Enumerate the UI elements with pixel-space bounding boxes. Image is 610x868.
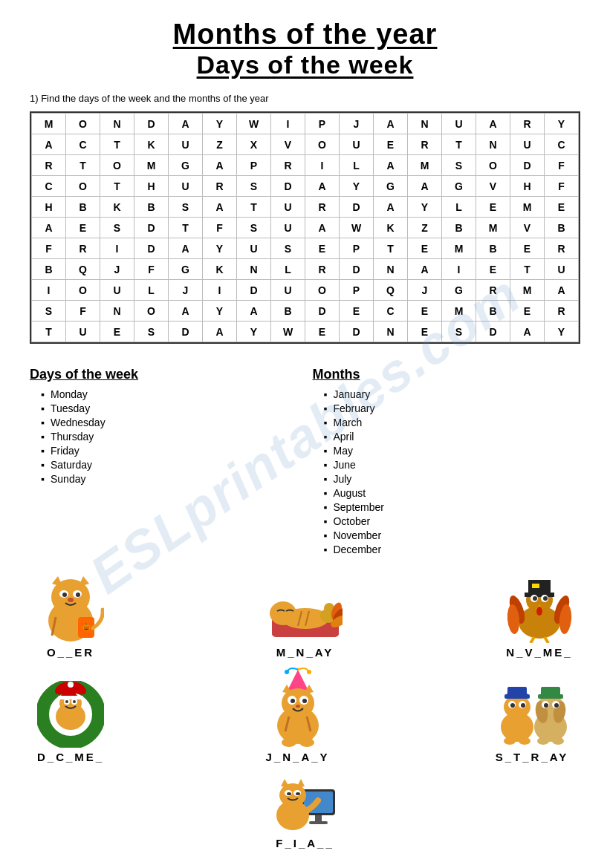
svg-rect-27 (525, 593, 554, 597)
wordsearch-cell: R (66, 238, 100, 259)
wordsearch-cell: L (134, 280, 169, 301)
wordsearch-cell: N (100, 114, 134, 134)
wordsearch-cell: Z (408, 218, 442, 238)
wordsearch-cell: U (340, 134, 374, 155)
wordsearch-cell: F (134, 259, 169, 280)
wordsearch-cell: I (32, 280, 66, 301)
wordsearch-row: BQJFGKNLRDNAIETU (32, 259, 579, 280)
wordsearch-row: RTOMGAPRILAMSODF (32, 155, 579, 176)
wordsearch-cell: A (305, 218, 340, 238)
wordsearch-cell: V (271, 134, 305, 155)
wordsearch-cell: G (374, 176, 408, 197)
wordsearch-cell: U (271, 280, 305, 301)
wordsearch-cell: A (203, 197, 237, 218)
wordsearch-cell: S (271, 238, 305, 259)
wordsearch-row: MONDAYWIPJANUARY (32, 114, 579, 134)
wordsearch-cell: A (408, 176, 442, 197)
svg-point-8 (68, 598, 74, 602)
months-title: Months (313, 367, 581, 382)
wordsearch-cell: O (66, 114, 100, 134)
wordsearch-cell: B (32, 259, 66, 280)
wordsearch-cell: T (100, 176, 134, 197)
svg-point-6 (62, 593, 67, 597)
wordsearch-cell: G (442, 280, 476, 301)
friday-image-row: F_I_A__ (30, 767, 580, 849)
wordsearch-cell: Y (408, 197, 442, 218)
list-item: November (324, 529, 581, 541)
wordsearch-cell: R (203, 176, 237, 197)
wordsearch-cell: T (66, 155, 100, 176)
friday-label: F_I_A__ (276, 837, 334, 849)
list-item: April (324, 431, 581, 443)
wordsearch-cell: Q (374, 280, 408, 301)
svg-point-90 (544, 703, 548, 708)
monday-label: M_N_AY (276, 646, 334, 659)
wordsearch-cell: M (134, 155, 169, 176)
wordsearch-cell: P (237, 155, 271, 176)
wordsearch-cell: A (374, 114, 408, 134)
page: ESLprintables.com Months of the year Day… (0, 0, 610, 868)
wordsearch-cell: E (408, 238, 442, 259)
title-line1: Months of the year (30, 19, 580, 50)
wordsearch-cell: G (169, 259, 203, 280)
wordsearch-cell: F (66, 301, 100, 322)
wordsearch-cell: R (510, 114, 545, 134)
wordsearch-cell: U (545, 259, 579, 280)
svg-point-53 (73, 700, 76, 703)
wordsearch-cell: R (271, 155, 305, 176)
title-line2: Days of the week (30, 50, 580, 79)
wordsearch-cell: W (340, 218, 374, 238)
wordsearch-cell: X (237, 134, 271, 155)
saturday-image-block: S_T_R_AY (491, 673, 573, 763)
svg-point-52 (65, 700, 68, 703)
wordsearch-cell: Y (203, 238, 237, 259)
wordsearch-cell: E (305, 238, 340, 259)
wordsearch-cell: M (442, 238, 476, 259)
wordsearch-cell: O (305, 280, 340, 301)
wordsearch-cell: F (32, 238, 66, 259)
wordsearch-cell: L (271, 259, 305, 280)
wordsearch-cell: A (476, 114, 510, 134)
halloween-cartoon: 🎃 (37, 569, 104, 643)
wordsearch-cell: A (408, 259, 442, 280)
wordsearch-cell: F (545, 176, 579, 197)
list-item: October (324, 515, 581, 527)
wordsearch-cell: T (169, 218, 203, 238)
wordsearch-cell: E (340, 301, 374, 322)
wordsearch-cell: S (237, 218, 271, 238)
december-image-block: D_C_ME_ (37, 681, 104, 763)
wordsearch-cell: R (32, 155, 66, 176)
wordsearch-cell: I (100, 238, 134, 259)
svg-point-67 (291, 699, 295, 703)
january-cartoon (265, 666, 331, 748)
wordsearch-cell: P (305, 114, 340, 134)
wordsearch-cell: W (237, 114, 271, 134)
wordsearch-cell: M (476, 218, 510, 238)
november-label: N_V_ME_ (506, 646, 572, 659)
wordsearch-cell: D (237, 280, 271, 301)
svg-rect-28 (532, 584, 539, 588)
wordsearch-cell: T (442, 134, 476, 155)
wordsearch-cell: E (408, 301, 442, 322)
wordsearch-cell: H (134, 176, 169, 197)
wordsearch-cell: M (408, 155, 442, 176)
svg-point-94 (504, 737, 516, 745)
wordsearch-cell: P (340, 280, 374, 301)
wordsearch-cell: E (545, 197, 579, 218)
list-item: June (324, 459, 581, 471)
wordsearch-cell: A (374, 155, 408, 176)
wordsearch-cell: L (340, 155, 374, 176)
wordsearch-cell: B (442, 218, 476, 238)
wordsearch-cell: R (408, 134, 442, 155)
list-item: Tuesday (41, 402, 298, 414)
wordsearch-cell: L (442, 197, 476, 218)
wordsearch-cell: S (237, 176, 271, 197)
wordsearch-cell: C (545, 134, 579, 155)
svg-rect-93 (541, 687, 560, 696)
list-item: February (324, 402, 581, 414)
wordsearch-cell: E (476, 197, 510, 218)
wordsearch-container: MONDAYWIPJANUARYACTKUZXVOUERTNUCRTOMGAPR… (30, 111, 580, 344)
svg-point-60 (307, 670, 311, 674)
list-item: Sunday (41, 473, 298, 485)
list-item: July (324, 473, 581, 485)
